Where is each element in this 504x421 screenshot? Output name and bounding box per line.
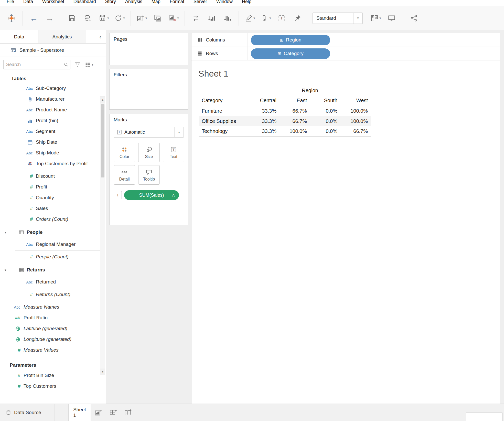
columns-shelf[interactable]: Columns ⊞ Region (191, 33, 500, 47)
row-header[interactable]: Office Supplies (199, 116, 249, 126)
field-measure-names[interactable]: AbcMeasure Names (0, 302, 106, 312)
chevron-down-icon[interactable]: ▾ (177, 16, 179, 20)
color-button[interactable]: Color (114, 143, 135, 162)
chevron-down-icon[interactable]: ▾ (107, 16, 109, 20)
datasource-row[interactable]: Sample - Superstore (0, 44, 106, 57)
search-input[interactable] (3, 60, 70, 69)
chevron-down-icon[interactable]: ▾ (123, 16, 125, 20)
show-mark-labels-button[interactable]: T (274, 10, 289, 26)
column-header-south[interactable]: South (310, 96, 340, 106)
tab-data-source[interactable]: Data Source (0, 404, 55, 421)
scroll-down-button[interactable]: ▼ (100, 369, 105, 375)
menu-data[interactable]: Data (23, 0, 33, 4)
rows-shelf[interactable]: Rows ⊞ Category (191, 47, 500, 60)
field-returned[interactable]: AbcReturned (0, 277, 106, 287)
field-measure-values[interactable]: #Measure Values (0, 345, 106, 355)
field-product-name[interactable]: AbcProduct Name (0, 104, 106, 115)
row-header[interactable]: Furniture (199, 106, 249, 116)
chevron-down-icon[interactable]: ▾ (5, 230, 9, 234)
sidebar-scrollbar[interactable]: ▲ ▼ (100, 96, 105, 375)
value-cell[interactable]: 33.3% (249, 126, 280, 136)
field-sales[interactable]: #Sales (0, 203, 106, 214)
size-button[interactable]: Size (138, 143, 160, 162)
field-orders-count[interactable]: #Orders (Count) (0, 214, 106, 225)
field-profit-bin[interactable]: Profit (bin) (0, 115, 106, 126)
duplicate-sheet-button[interactable] (150, 10, 165, 26)
field-profit-ratio[interactable]: =#Profit Ratio (0, 312, 106, 323)
new-data-source-button[interactable] (80, 10, 95, 26)
chevron-down-icon[interactable]: ▾ (269, 16, 271, 20)
menu-dashboard[interactable]: Dashboard (73, 0, 96, 4)
field-segment[interactable]: AbcSegment (0, 126, 106, 137)
value-cell[interactable]: 66.7% (340, 126, 371, 136)
field-top-customers-by-profit[interactable]: Top Customers by Profit (0, 158, 106, 169)
collapse-pane-button[interactable]: ‹ (95, 30, 106, 43)
pause-auto-updates-button[interactable]: ▾ (96, 10, 111, 26)
new-worksheet-button[interactable]: ▾ (134, 10, 149, 26)
row-header[interactable]: Technology (199, 126, 249, 136)
tab-sheet-1[interactable]: Sheet 1 (68, 404, 91, 421)
column-header-west[interactable]: West (340, 96, 371, 106)
view-options-button[interactable]: ▾ (85, 61, 93, 68)
value-cell[interactable]: 66.7% (280, 116, 310, 126)
fit-selector[interactable]: Standard ▾ (313, 13, 363, 24)
value-cell[interactable]: 0.0% (310, 106, 340, 116)
field-profit-bin-size[interactable]: #Profit Bin Size (0, 370, 106, 381)
expand-icon[interactable]: ⊞ (277, 51, 281, 56)
undo-button[interactable]: ← (26, 10, 41, 26)
sort-descending-button[interactable] (220, 10, 235, 26)
show-hide-cards-button[interactable]: ▾ (368, 10, 383, 26)
pill-sum-sales[interactable]: SUM(Sales) △ (124, 190, 179, 200)
field-profit[interactable]: #Profit (0, 182, 106, 192)
presentation-mode-button[interactable] (384, 10, 399, 26)
tableau-logo-icon[interactable] (4, 10, 19, 26)
value-cell[interactable]: 0.0% (310, 126, 340, 136)
table-group-returns[interactable]: ▾Returns (0, 263, 106, 277)
tab-data[interactable]: Data (0, 30, 38, 43)
value-cell[interactable]: 33.3% (249, 106, 280, 116)
fix-axes-button[interactable] (290, 10, 305, 26)
clear-sheet-button[interactable]: ▾ (166, 10, 181, 26)
region-header[interactable]: Region (249, 85, 371, 96)
share-workbook-button[interactable] (406, 10, 421, 26)
tooltip-button[interactable]: Tooltip (138, 165, 160, 185)
menu-file[interactable]: File (7, 0, 14, 4)
field-latitude-generated[interactable]: Latitude (generated) (0, 323, 106, 334)
menu-window[interactable]: Window (216, 0, 233, 4)
pill-category[interactable]: ⊞ Category (251, 48, 330, 59)
chevron-down-icon[interactable]: ▾ (145, 16, 147, 20)
field-returns-count[interactable]: #Returns (Count) (0, 289, 106, 300)
search-box[interactable] (3, 60, 70, 69)
menu-story[interactable]: Story (105, 0, 116, 4)
delta-icon[interactable]: △ (172, 193, 175, 198)
table-group-people[interactable]: ▾People (0, 226, 106, 239)
column-header-east[interactable]: East (280, 96, 310, 106)
new-story-button[interactable] (121, 404, 135, 421)
value-cell[interactable]: 33.3% (249, 116, 280, 126)
value-cell[interactable]: 100.0% (340, 116, 371, 126)
menu-analysis[interactable]: Analysis (125, 0, 142, 4)
menu-worksheet[interactable]: Worksheet (42, 0, 64, 4)
new-worksheet-tab-button[interactable] (91, 404, 106, 421)
field-quantity[interactable]: #Quantity (0, 192, 106, 203)
field-longitude-generated[interactable]: Longitude (generated) (0, 334, 106, 345)
save-button[interactable] (65, 10, 79, 26)
expand-icon[interactable]: ⊞ (280, 37, 283, 43)
field-ship-mode[interactable]: AbcShip Mode (0, 148, 106, 158)
menu-map[interactable]: Map (152, 0, 160, 4)
field-people-count[interactable]: #People (Count) (0, 251, 106, 262)
mark-type-dropdown[interactable]: T Automatic ▾ (114, 127, 184, 138)
redo-button[interactable]: → (42, 10, 57, 26)
detail-button[interactable]: Detail (114, 165, 135, 185)
value-cell[interactable]: 66.7% (280, 106, 310, 116)
chevron-down-icon[interactable]: ▾ (5, 268, 9, 272)
chevron-down-icon[interactable]: ▾ (379, 16, 381, 20)
swap-rows-columns-button[interactable] (188, 10, 203, 26)
highlight-button[interactable]: ▾ (242, 10, 257, 26)
category-header[interactable]: Category (199, 96, 249, 106)
chevron-down-icon[interactable]: ▾ (174, 127, 184, 137)
field-top-customers[interactable]: #Top Customers (0, 381, 106, 392)
scroll-up-button[interactable]: ▲ (100, 97, 105, 103)
group-members-button[interactable]: ▾ (258, 10, 273, 26)
value-cell[interactable]: 0.0% (310, 116, 340, 126)
